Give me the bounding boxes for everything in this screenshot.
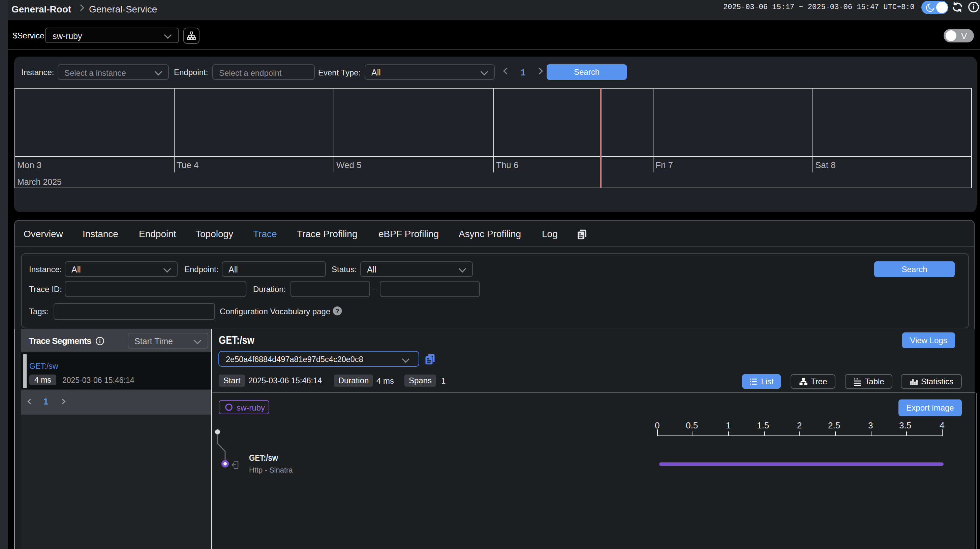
- svg-text:?: ?: [335, 308, 339, 314]
